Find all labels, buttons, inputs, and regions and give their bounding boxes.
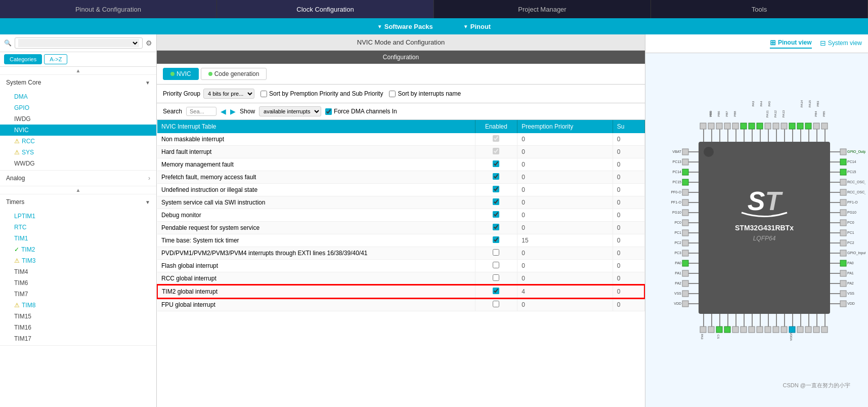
svg-text:PB5: PB5	[709, 110, 712, 116]
sidebar-item-nvic[interactable]: NVIC	[0, 125, 156, 136]
sort-premption-checkbox[interactable]: Sort by Premption Priority and Sub Prior…	[261, 90, 383, 97]
sidebar-item-tim7[interactable]: TIM7	[0, 289, 156, 300]
search-dropdown[interactable]	[18, 39, 139, 47]
tab-pinout-view[interactable]: ⊞ Pinout view	[770, 38, 812, 49]
timers-header[interactable]: Timers ▼	[0, 194, 156, 210]
sidebar-item-tim4[interactable]: TIM4	[0, 266, 156, 277]
sidebar-item-tim15[interactable]: TIM15	[0, 311, 156, 322]
interrupt-preemption: 0	[517, 209, 613, 222]
svg-text:PB7: PB7	[725, 110, 728, 116]
collapse-timers-btn[interactable]: ▲	[0, 186, 156, 194]
svg-rect-163	[773, 327, 779, 333]
sidebar-item-dma[interactable]: DMA	[0, 91, 156, 102]
svg-text:PC1: PC1	[674, 231, 681, 234]
interrupt-enabled[interactable]	[475, 260, 517, 272]
interrupt-enabled[interactable]	[475, 272, 517, 286]
sidebar-item-tim3[interactable]: ⚠ TIM3	[0, 255, 156, 266]
table-row: PVD/PVM1/PVM2/PVM3/PVM4 interrupts throu…	[157, 247, 644, 260]
show-interrupts-select[interactable]: available interrupts	[259, 106, 321, 116]
check-icon-tim2: ✓	[14, 246, 19, 253]
priority-group-select[interactable]: 4 bits for pre...	[203, 89, 254, 99]
sidebar-item-tim1[interactable]: TIM1	[0, 233, 156, 244]
sidebar-item-rcc[interactable]: ⚠ RCC	[0, 136, 156, 147]
interrupt-enabled[interactable]	[475, 146, 517, 158]
sidebar-item-tim16[interactable]: TIM16	[0, 322, 156, 333]
sidebar-item-lptim1[interactable]: LPTIM1	[0, 211, 156, 222]
nav-clock-config[interactable]: Clock Configuration	[217, 0, 434, 18]
svg-text:PF1-O: PF1-O	[847, 200, 858, 204]
table-row: Pendable request for system service00	[157, 222, 644, 234]
svg-text:PC2: PC2	[847, 241, 854, 245]
svg-text:PC1: PC1	[847, 231, 854, 234]
svg-text:PA2: PA2	[847, 281, 854, 285]
subnav-software-packs[interactable]: ▼ Software Packs	[377, 23, 433, 30]
interrupt-enabled[interactable]	[475, 158, 517, 171]
panel-title: NVIC Mode and Configuration	[157, 34, 645, 51]
gear-icon[interactable]: ⚙	[146, 39, 152, 47]
interrupt-enabled[interactable]	[475, 184, 517, 196]
nav-pinout-config[interactable]: Pinout & Configuration	[0, 0, 217, 18]
nav-tools[interactable]: Tools	[651, 0, 868, 18]
analog-header[interactable]: Analog ›	[0, 171, 156, 186]
svg-rect-85	[682, 270, 688, 276]
sidebar-item-tim8[interactable]: ⚠ TIM8	[0, 300, 156, 311]
timers-items: LPTIM1 RTC TIM1 ✓ TIM2 ⚠ TIM3	[0, 210, 156, 345]
table-row: Memory management fault00	[157, 158, 644, 171]
sidebar-item-tim6[interactable]: TIM6	[0, 277, 156, 289]
svg-rect-165	[781, 327, 787, 333]
tab-nvic[interactable]: NVIC	[163, 68, 199, 80]
svg-text:PF1-O: PF1-O	[671, 200, 681, 204]
interrupt-enabled[interactable]	[475, 222, 517, 234]
search-next-btn[interactable]: ▶	[230, 107, 236, 115]
interrupt-enabled[interactable]	[475, 298, 517, 311]
interrupt-enabled[interactable]	[475, 234, 517, 247]
interrupt-enabled[interactable]	[475, 247, 517, 260]
svg-rect-167	[789, 327, 795, 333]
interrupt-enabled[interactable]	[475, 171, 517, 184]
tab-atoz[interactable]: A->Z	[44, 54, 67, 64]
interrupt-enabled[interactable]	[475, 285, 517, 298]
tab-code-generation[interactable]: Code generation	[201, 68, 267, 80]
svg-rect-169	[797, 327, 803, 333]
interrupt-preemption: 0	[517, 272, 613, 286]
sidebar-item-rtc[interactable]: RTC	[0, 222, 156, 233]
sidebar-item-gpio[interactable]: GPIO	[0, 102, 156, 113]
interrupt-sub: 0	[613, 158, 644, 171]
svg-text:PB4: PB4	[814, 110, 817, 116]
warning-icon-sys: ⚠	[14, 149, 20, 156]
sidebar-item-wwdg[interactable]: WWDG	[0, 158, 156, 169]
search-prev-btn[interactable]: ◀	[221, 107, 226, 115]
sidebar-item-iwdg[interactable]: IWDG	[0, 113, 156, 125]
svg-text:PA11: PA11	[766, 110, 769, 117]
interrupt-name: Undefined instruction or illegal state	[157, 184, 475, 196]
warning-icon-rcc: ⚠	[14, 138, 20, 145]
interrupt-sub: 0	[613, 133, 644, 146]
interrupt-sub: 0	[613, 209, 644, 222]
right-panel: ⊞ Pinout view ⊟ System view	[645, 34, 868, 407]
interrupt-sub: 0	[613, 171, 644, 184]
interrupt-preemption: 15	[517, 234, 613, 247]
sidebar-item-tim17[interactable]: TIM17	[0, 333, 156, 344]
sort-interrupts-checkbox[interactable]: Sort by interrupts name	[389, 90, 461, 97]
tab-system-view[interactable]: ⊟ System view	[820, 38, 862, 49]
search-input[interactable]	[186, 107, 216, 116]
interrupt-enabled[interactable]	[475, 209, 517, 222]
config-section: Configuration	[157, 51, 645, 64]
svg-rect-115	[840, 210, 846, 216]
priority-group: Priority Group 4 bits for pre...	[163, 89, 254, 99]
interrupt-enabled[interactable]	[475, 133, 517, 146]
interrupt-enabled[interactable]	[475, 196, 517, 209]
tab-categories[interactable]: Categories	[4, 54, 42, 64]
nav-project-manager[interactable]: Project Manager	[434, 0, 651, 18]
collapse-system-core-btn[interactable]: ▲	[0, 67, 156, 75]
sub-navigation: ▼ Software Packs ▼ Pinout	[0, 18, 868, 34]
svg-rect-171	[805, 327, 811, 333]
force-dma-checkbox[interactable]: Force DMA channels In	[325, 108, 397, 115]
system-core-header[interactable]: System Core ▼	[0, 75, 156, 90]
interrupt-name: PVD/PVM1/PVM2/PVM3/PVM4 interrupts throu…	[157, 247, 475, 260]
sidebar-item-tim2[interactable]: ✓ TIM2	[0, 244, 156, 255]
system-view-icon: ⊟	[820, 39, 826, 47]
subnav-pinout[interactable]: ▼ Pinout	[463, 23, 491, 30]
sidebar-item-sys[interactable]: ⚠ SYS	[0, 147, 156, 158]
interrupt-name: FPU global interrupt	[157, 298, 475, 311]
